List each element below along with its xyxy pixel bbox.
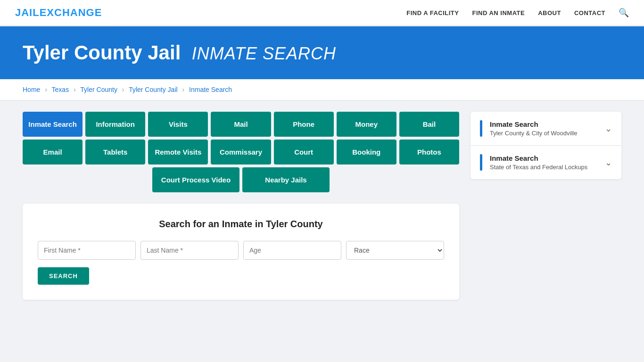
btn-nearby-jails[interactable]: Nearby Jails	[242, 167, 330, 192]
age-input[interactable]	[243, 241, 341, 260]
btn-court[interactable]: Court	[274, 140, 334, 165]
sidebar-accent-1	[480, 154, 482, 171]
btn-information[interactable]: Information	[85, 112, 145, 137]
breadcrumb-sep-1: ›	[45, 86, 47, 93]
search-button[interactable]: SEARCH	[38, 267, 89, 285]
breadcrumb-tyler-county[interactable]: Tyler County	[80, 86, 117, 93]
btn-commissary[interactable]: Commissary	[211, 140, 271, 165]
page-title: Tyler County Jail INMATE SEARCH	[23, 41, 621, 64]
logo-part1: JAIL	[15, 7, 40, 18]
sidebar-item-0[interactable]: Inmate Search Tyler County & City of Woo…	[471, 112, 621, 146]
hero-section: Tyler County Jail INMATE SEARCH	[0, 26, 644, 79]
chevron-down-icon-1: ⌄	[605, 157, 612, 168]
nav-buttons-row3: Court Process Video Nearby Jails	[23, 167, 459, 192]
btn-bail[interactable]: Bail	[399, 112, 459, 137]
btn-mail[interactable]: Mail	[211, 112, 271, 137]
sidebar-title-1: Inmate Search	[490, 154, 587, 162]
breadcrumb: Home › Texas › Tyler County › Tyler Coun…	[0, 79, 644, 100]
sidebar-card: Inmate Search Tyler County & City of Woo…	[471, 112, 621, 179]
last-name-input[interactable]	[140, 241, 239, 260]
breadcrumb-texas[interactable]: Texas	[52, 86, 69, 93]
sidebar-text-0: Inmate Search Tyler County & City of Woo…	[490, 120, 577, 137]
chevron-down-icon-0: ⌄	[605, 123, 612, 134]
btn-inmate-search[interactable]: Inmate Search	[23, 112, 83, 137]
content-right: Inmate Search Tyler County & City of Woo…	[471, 112, 621, 300]
breadcrumb-sep-2: ›	[74, 86, 76, 93]
btn-remote-visits[interactable]: Remote Visits	[148, 140, 208, 165]
nav-find-facility[interactable]: FIND A FACILITY	[406, 9, 459, 16]
sidebar-item-1[interactable]: Inmate Search State of Texas and Federal…	[471, 146, 621, 179]
breadcrumb-home[interactable]: Home	[23, 86, 40, 93]
btn-visits[interactable]: Visits	[148, 112, 208, 137]
sidebar-text-1: Inmate Search State of Texas and Federal…	[490, 154, 587, 171]
main-content: Inmate Search Information Visits Mail Ph…	[0, 100, 644, 311]
sidebar-subtitle-1: State of Texas and Federal Lockups	[490, 164, 587, 171]
search-title: Search for an Inmate in Tyler County	[38, 219, 444, 230]
logo[interactable]: JAILEXCHANGE	[15, 7, 102, 19]
search-box: Search for an Inmate in Tyler County Rac…	[23, 204, 459, 300]
sidebar-item-left-1: Inmate Search State of Texas and Federal…	[480, 154, 587, 171]
btn-court-process-video[interactable]: Court Process Video	[152, 167, 239, 192]
sidebar-item-left-0: Inmate Search Tyler County & City of Woo…	[480, 120, 577, 137]
page-subtitle: INMATE SEARCH	[192, 44, 336, 63]
race-select[interactable]: Race White Black Hispanic Asian Other	[346, 241, 444, 260]
first-name-input[interactable]	[38, 241, 136, 260]
nav-buttons-row2: Email Tablets Remote Visits Commissary C…	[23, 140, 459, 165]
nav-links: FIND A FACILITY FIND AN INMATE ABOUT CON…	[406, 8, 629, 18]
logo-highlight: EXCHANGE	[40, 7, 102, 18]
search-icon[interactable]: 🔍	[619, 8, 629, 18]
nav-buttons-section: Inmate Search Information Visits Mail Ph…	[23, 112, 459, 192]
navbar: JAILEXCHANGE FIND A FACILITY FIND AN INM…	[0, 0, 644, 26]
breadcrumb-sep-4: ›	[182, 86, 185, 93]
content-left: Inmate Search Information Visits Mail Ph…	[23, 112, 459, 300]
btn-money[interactable]: Money	[337, 112, 396, 137]
nav-contact[interactable]: CONTACT	[574, 9, 605, 16]
btn-booking[interactable]: Booking	[337, 140, 396, 165]
facility-name: Tyler County Jail	[23, 41, 181, 64]
search-fields: Race White Black Hispanic Asian Other	[38, 241, 444, 260]
btn-email[interactable]: Email	[23, 140, 83, 165]
sidebar-subtitle-0: Tyler County & City of Woodville	[490, 130, 577, 137]
sidebar-title-0: Inmate Search	[490, 120, 577, 128]
btn-photos[interactable]: Photos	[399, 140, 459, 165]
nav-buttons-row1: Inmate Search Information Visits Mail Ph…	[23, 112, 459, 137]
breadcrumb-tyler-county-jail[interactable]: Tyler County Jail	[129, 86, 177, 93]
nav-find-inmate[interactable]: FIND AN INMATE	[472, 9, 525, 16]
sidebar-accent-0	[480, 120, 482, 137]
breadcrumb-sep-3: ›	[122, 86, 124, 93]
btn-tablets[interactable]: Tablets	[85, 140, 145, 165]
breadcrumb-inmate-search[interactable]: Inmate Search	[189, 86, 232, 93]
nav-about[interactable]: ABOUT	[538, 9, 561, 16]
btn-phone[interactable]: Phone	[274, 112, 334, 137]
